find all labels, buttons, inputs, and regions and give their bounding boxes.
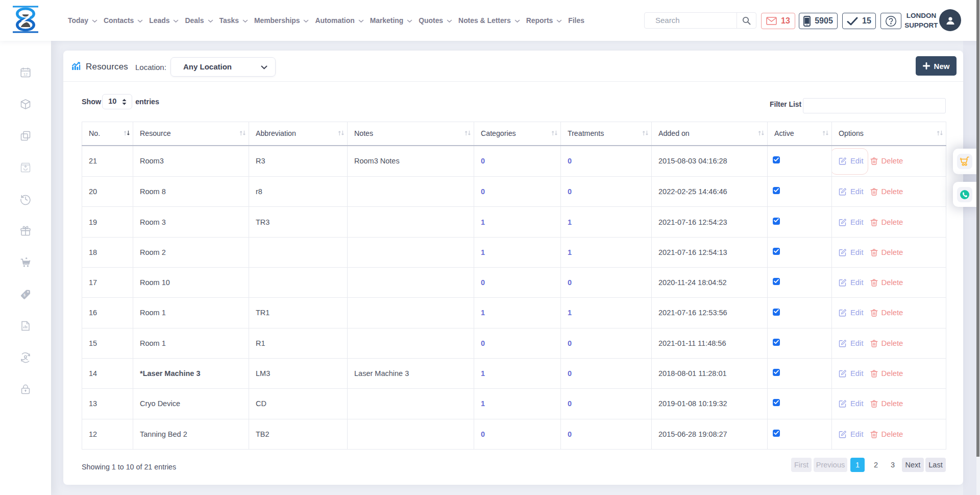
svg-text:12: 12 (23, 72, 28, 77)
svg-text:$: $ (23, 293, 26, 297)
